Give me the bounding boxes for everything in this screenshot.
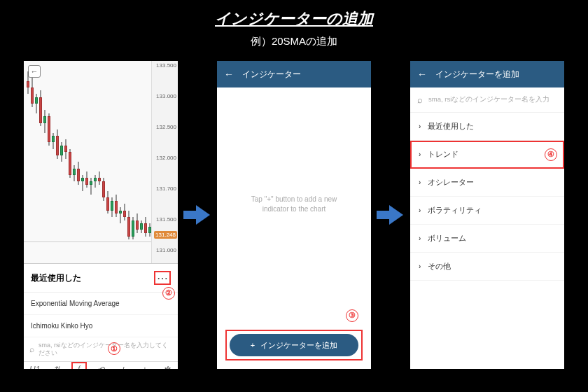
search-placeholder: sma, rsiなどのインジケーター名を入力してください bbox=[38, 342, 172, 357]
arrow-icon bbox=[183, 201, 211, 229]
category-label: その他 bbox=[428, 261, 451, 272]
category-label: 最近使用した bbox=[428, 121, 474, 132]
price-tick: 131.700 bbox=[156, 186, 176, 192]
back-icon[interactable]: ← bbox=[224, 69, 234, 80]
category-label: ボラティリティ bbox=[428, 205, 482, 216]
category-row[interactable]: ›トレンド④ bbox=[410, 141, 564, 169]
recent-header: 最近使用した ⋯ ② bbox=[24, 264, 178, 293]
chevron-right-icon: › bbox=[419, 262, 421, 270]
price-tick: 132.500 bbox=[156, 124, 176, 130]
gridline bbox=[24, 241, 151, 242]
chevron-right-icon: › bbox=[419, 206, 421, 214]
header-title: インジケーターを追加 bbox=[435, 69, 519, 80]
phone-1: ← 133.500133.000132.500132.000131.700131… bbox=[24, 61, 178, 369]
category-list: ›最近使用した›トレンド④›オシレーター›ボラティリティ›ボリューム›その他 bbox=[410, 113, 564, 369]
header-title: インジケーター bbox=[242, 69, 301, 80]
add-indicator-button[interactable]: + インジケーターを追加 bbox=[230, 334, 358, 356]
category-row[interactable]: ›ボラティリティ bbox=[410, 197, 564, 225]
search-icon: ⌕ bbox=[417, 94, 423, 105]
hint-line-2: indicator to the chart bbox=[262, 204, 326, 214]
recent-items: Exponential Moving AverageIchimoku Kinko… bbox=[24, 293, 178, 337]
candlestick-series bbox=[27, 68, 150, 242]
category-row[interactable]: ›オシレーター bbox=[410, 169, 564, 197]
price-tick: 133.000 bbox=[156, 93, 176, 99]
chevron-right-icon: › bbox=[419, 122, 421, 130]
category-label: トレンド bbox=[428, 149, 458, 160]
current-price-badge: 131.248 bbox=[154, 231, 177, 239]
search-placeholder: sma, rsiなどのインジケーター名を入力 bbox=[428, 95, 550, 104]
chart-area[interactable]: ← 133.500133.000132.500132.000131.700131… bbox=[24, 61, 178, 264]
category-label: オシレーター bbox=[428, 177, 474, 188]
stage: ← 133.500133.000132.500132.000131.700131… bbox=[0, 61, 588, 369]
price-tick: 133.500 bbox=[156, 62, 176, 69]
page-subtitle: 例）20SMAの追加 bbox=[0, 35, 588, 48]
price-axis: 133.500133.000132.500132.000131.700131.5… bbox=[151, 61, 178, 263]
price-tick: 131.000 bbox=[156, 247, 176, 253]
price-tick: 131.500 bbox=[156, 216, 176, 223]
header-bar: ← インジケーター bbox=[217, 61, 371, 88]
phone-3: ← インジケーターを追加 ⌕ sma, rsiなどのインジケーター名を入力 ›最… bbox=[410, 61, 564, 369]
arrow-icon bbox=[377, 201, 405, 229]
search-icon: ⌕ bbox=[29, 344, 34, 354]
timeframe-button[interactable]: H1 bbox=[27, 362, 43, 369]
add-button[interactable]: + bbox=[137, 362, 153, 369]
page-title: インジケーターの追加 bbox=[0, 0, 588, 29]
chevron-right-icon: › bbox=[419, 178, 421, 186]
category-label: ボリューム bbox=[428, 233, 466, 244]
category-row[interactable]: ›最近使用した bbox=[410, 113, 564, 141]
candle-style-button[interactable]: ⇅ bbox=[49, 362, 64, 369]
recent-item[interactable]: Ichimoku Kinko Hyo bbox=[24, 315, 178, 337]
layers-button[interactable]: ⟲ bbox=[93, 362, 108, 369]
phone-2: ← インジケーター Tap "+" button to add a new in… bbox=[217, 61, 371, 369]
recent-label: 最近使用した bbox=[31, 272, 81, 284]
empty-hint: Tap "+" button to add a new indicator to… bbox=[217, 88, 371, 321]
price-tick: 132.000 bbox=[156, 155, 176, 161]
search-row[interactable]: ⌕ sma, rsiなどのインジケーター名を入力 bbox=[410, 88, 564, 113]
bottom-toolbar: H1 ⇅ f ⟲ ⊹ + ✻ bbox=[24, 361, 178, 369]
category-row[interactable]: ›その他 bbox=[410, 253, 564, 281]
search-row[interactable]: ⌕ sma, rsiなどのインジケーター名を入力してください bbox=[24, 337, 178, 361]
recent-item[interactable]: Exponential Moving Average bbox=[24, 293, 178, 315]
chevron-right-icon: › bbox=[419, 150, 421, 158]
add-indicator-label: インジケーターを追加 bbox=[260, 340, 337, 351]
hint-line-1: Tap "+" button to add a new bbox=[251, 195, 337, 204]
annotation-4: ④ bbox=[545, 148, 557, 161]
add-indicator-highlight: + インジケーターを追加 bbox=[225, 330, 363, 360]
chevron-right-icon: › bbox=[419, 234, 421, 242]
indicator-function-button[interactable]: f bbox=[71, 362, 87, 369]
header-bar: ← インジケーターを追加 bbox=[410, 61, 564, 88]
more-button[interactable]: ⋯ bbox=[154, 271, 171, 285]
back-icon[interactable]: ← bbox=[417, 69, 427, 80]
plus-icon: + bbox=[251, 341, 255, 349]
crosshair-button[interactable]: ⊹ bbox=[115, 362, 130, 369]
category-row[interactable]: ›ボリューム bbox=[410, 225, 564, 253]
footer: + インジケーターを追加 bbox=[217, 321, 371, 369]
settings-button[interactable]: ✻ bbox=[159, 362, 174, 369]
